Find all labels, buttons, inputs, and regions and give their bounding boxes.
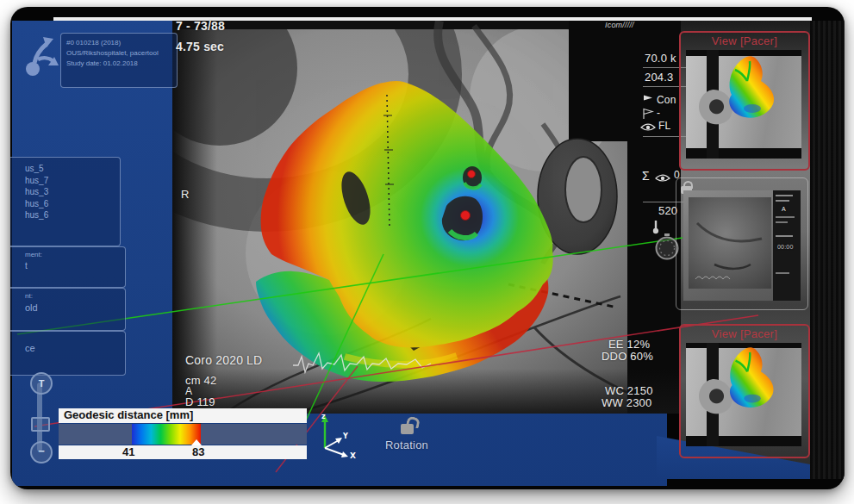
legend-gradient-row — [59, 424, 307, 445]
panel-value: ce — [10, 342, 125, 355]
rotation-label: Rotation — [379, 439, 434, 451]
screen: #0 010218 (2018) OUS/Rikshospitalet, pac… — [0, 0, 854, 504]
ee-value: EE 12% — [608, 338, 650, 351]
branch-list-panel[interactable]: us_5 hus_7 hus_3 hus_6 hus_6 — [10, 157, 121, 246]
orientation-marker: R — [181, 188, 190, 201]
thumbnail-title: View [Pacer] — [681, 34, 808, 47]
cine-info-column: A 00:00 — [773, 190, 801, 301]
legend-value-bar: 41 83 — [59, 445, 307, 459]
axis-x-label: X — [350, 451, 356, 458]
panel-label: nt: — [10, 292, 125, 302]
sidebar-panel-4[interactable]: ce — [10, 331, 126, 376]
acq-detector: LD — [246, 353, 262, 367]
legend-rainbow — [132, 424, 201, 445]
cine-image: A 00:00 — [683, 190, 801, 301]
panel-value: t — [10, 260, 125, 272]
panel-label: ment: — [10, 251, 125, 260]
panel-value: old — [10, 302, 125, 314]
axis-y-label: Y — [342, 432, 348, 440]
wc-value: WC 2150 — [605, 384, 653, 397]
thumbnail-view-pacer-top[interactable]: View [Pacer] — [679, 31, 810, 171]
ddo-value: DDO 60% — [602, 350, 653, 363]
patient-study-date: Study date: 01.02.2018 — [66, 59, 171, 69]
acquisition-time: 4.75 sec — [176, 40, 224, 53]
fluoro-label: FL — [658, 120, 670, 132]
list-item[interactable]: hus_3 — [10, 186, 120, 198]
slider-bottom-button[interactable]: − — [30, 441, 53, 464]
ma-value: 204.3 — [645, 71, 674, 84]
patient-id: #0 010218 (2018) — [66, 38, 171, 48]
kv-value: 70.0 k — [645, 52, 676, 65]
eye-icon — [640, 121, 656, 132]
ww-value: WW 2300 — [602, 396, 651, 409]
frame-counter: 7 - 73/88 — [176, 19, 225, 33]
legend-title: Geodesic distance [mm] — [64, 408, 193, 421]
flag1-label: Con — [657, 94, 676, 106]
mini-heart-mesh — [724, 346, 786, 417]
list-item[interactable]: hus_6 — [10, 198, 120, 210]
legend-max: 83 — [192, 445, 204, 458]
device-frame: #0 010218 (2018) OUS/Rikshospitalet, pac… — [10, 7, 845, 489]
mini-heart-mesh — [724, 55, 786, 128]
cine-timer: 00:00 — [777, 244, 801, 250]
thumbnail-cine[interactable]: A 00:00 — [676, 177, 808, 310]
vendor-mark: Icom///// — [605, 21, 634, 29]
axes-gizmo: z X Y — [306, 412, 359, 458]
patient-site: OUS/Rikshospitalet, pacertool — [66, 48, 171, 59]
sigma-eye-icon: Σ — [642, 169, 650, 183]
slider-top-button[interactable]: T — [30, 372, 53, 395]
thumbnail-image — [686, 50, 801, 159]
patient-info-box: #0 010218 (2018) OUS/Rikshospitalet, pac… — [60, 33, 178, 88]
pennant-outline-icon — [642, 108, 654, 120]
acq-program: Coro 2020 — [185, 353, 243, 367]
sidebar-panel-2[interactable]: ment: t — [10, 246, 126, 288]
sum-eye-glyph — [655, 172, 670, 183]
list-item[interactable]: hus_6 — [10, 209, 120, 221]
field-value: 520 — [658, 204, 677, 217]
branch-arrows-icon[interactable] — [24, 31, 62, 78]
axis-z-label: z — [321, 413, 326, 420]
cine-marker: A — [782, 206, 801, 212]
legend-title-bar: Geodesic distance [mm] — [59, 408, 307, 423]
transparency-slider[interactable]: T − — [28, 372, 53, 460]
thumbnail-view-pacer-bottom[interactable]: View [Pacer] — [679, 324, 810, 458]
thumbnail-image — [686, 343, 801, 446]
color-scale-legend: Geodesic distance [mm] 41 83 — [59, 408, 307, 459]
list-item[interactable]: us_5 — [10, 163, 120, 175]
sidebar-panel-3[interactable]: nt: old — [10, 288, 126, 331]
slider-handle[interactable] — [31, 417, 50, 432]
legend-pointer-bottom — [191, 439, 202, 445]
thumbnail-title: View [Pacer] — [681, 327, 808, 340]
legend-min: 41 — [122, 445, 134, 458]
pennant-icon — [642, 94, 654, 106]
cine-vessels — [689, 197, 771, 289]
list-item[interactable]: hus_7 — [10, 175, 120, 187]
flag2-label: - — [657, 107, 660, 119]
